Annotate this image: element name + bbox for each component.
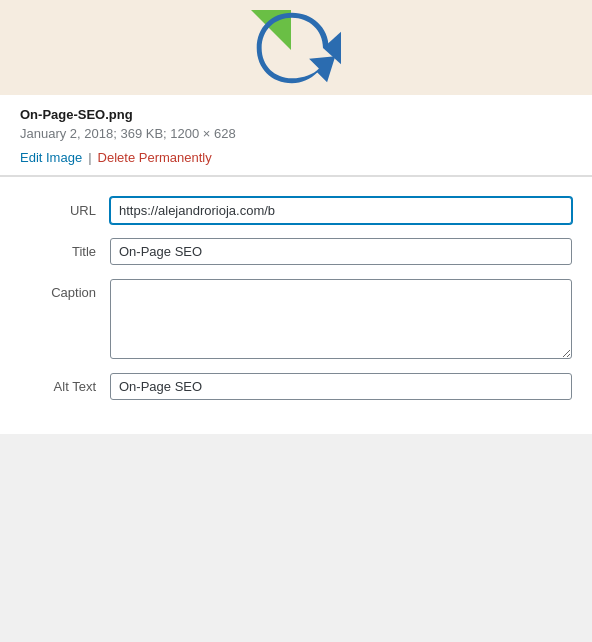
caption-textarea[interactable] — [110, 279, 572, 359]
title-label: Title — [20, 238, 110, 259]
url-row: URL — [20, 197, 572, 224]
blue-arrow-icon — [246, 3, 346, 93]
alt-text-label: Alt Text — [20, 373, 110, 394]
file-actions: Edit Image | Delete Permanently — [20, 150, 572, 165]
alt-text-row: Alt Text — [20, 373, 572, 400]
image-preview-area — [0, 0, 592, 95]
url-input[interactable] — [110, 197, 572, 224]
title-input[interactable] — [110, 238, 572, 265]
url-label: URL — [20, 197, 110, 218]
file-info-section: On-Page-SEO.png January 2, 2018; 369 KB;… — [0, 95, 592, 176]
action-separator: | — [88, 150, 91, 165]
page-wrapper: On-Page-SEO.png January 2, 2018; 369 KB;… — [0, 0, 592, 642]
image-preview-inner — [0, 0, 592, 95]
image-icon-wrapper — [241, 0, 351, 95]
form-section: URL Title Caption Alt Text — [0, 177, 592, 434]
caption-label: Caption — [20, 279, 110, 300]
alt-text-input[interactable] — [110, 373, 572, 400]
title-row: Title — [20, 238, 572, 265]
file-name: On-Page-SEO.png — [20, 107, 572, 122]
edit-image-link[interactable]: Edit Image — [20, 150, 82, 165]
caption-row: Caption — [20, 279, 572, 359]
file-meta: January 2, 2018; 369 KB; 1200 × 628 — [20, 124, 572, 144]
delete-permanently-link[interactable]: Delete Permanently — [98, 150, 212, 165]
